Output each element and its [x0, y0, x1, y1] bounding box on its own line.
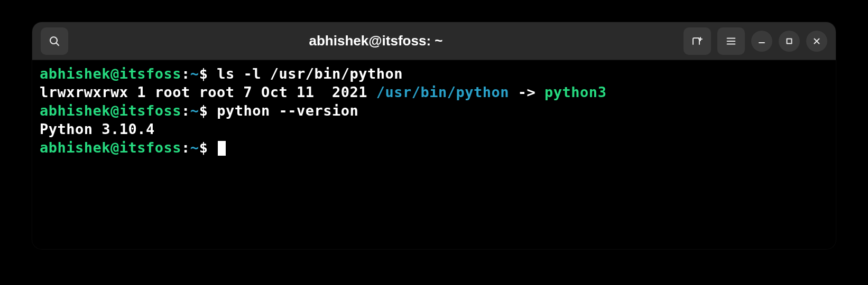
new-tab-icon	[691, 35, 704, 48]
prompt-colon: :	[181, 65, 190, 82]
command-text: python --version	[217, 102, 358, 119]
menu-button[interactable]	[717, 27, 745, 55]
prompt-path: ~	[190, 102, 199, 119]
svg-rect-8	[787, 39, 792, 43]
prompt-colon: :	[181, 139, 190, 156]
terminal-line: abhishek@itsfoss:~$	[40, 138, 828, 157]
svg-line-1	[56, 43, 59, 45]
search-button[interactable]	[41, 27, 68, 55]
prompt-user: abhishek@itsfoss	[40, 139, 181, 156]
prompt-user: abhishek@itsfoss	[40, 65, 181, 82]
terminal-line: abhishek@itsfoss:~$ ls -l /usr/bin/pytho…	[40, 64, 828, 83]
prompt-path: ~	[190, 65, 199, 82]
maximize-icon	[785, 37, 793, 45]
minimize-button[interactable]	[751, 31, 772, 52]
prompt-dollar: $	[199, 139, 217, 156]
cursor	[218, 141, 226, 156]
titlebar: abhishek@itsfoss: ~	[32, 22, 836, 60]
prompt-user: abhishek@itsfoss	[40, 102, 181, 119]
maximize-button[interactable]	[779, 31, 800, 52]
search-icon	[48, 35, 61, 48]
window-title: abhishek@itsfoss: ~	[68, 33, 684, 49]
terminal-line: abhishek@itsfoss:~$ python --version	[40, 101, 828, 120]
output-text: Python 3.10.4	[40, 121, 155, 137]
symlink-path: /usr/bin/python	[376, 84, 509, 100]
new-tab-button[interactable]	[684, 27, 711, 55]
symlink-target: python3	[544, 84, 606, 100]
titlebar-right	[684, 27, 827, 55]
terminal-window: abhishek@itsfoss: ~	[32, 22, 836, 249]
titlebar-left	[41, 27, 68, 55]
output-text: lrwxrwxrwx 1 root root 7 Oct 11 2021	[40, 84, 376, 100]
prompt-path: ~	[190, 139, 199, 156]
prompt-dollar: $	[199, 65, 217, 82]
hamburger-icon	[725, 35, 737, 47]
arrow-text: ->	[509, 84, 544, 100]
terminal-line: lrwxrwxrwx 1 root root 7 Oct 11 2021 /us…	[40, 83, 828, 101]
terminal-body[interactable]: abhishek@itsfoss:~$ ls -l /usr/bin/pytho…	[32, 60, 836, 161]
prompt-dollar: $	[199, 102, 217, 119]
close-button[interactable]	[806, 31, 827, 52]
command-text: ls -l /usr/bin/python	[217, 65, 403, 82]
terminal-line: Python 3.10.4	[40, 120, 828, 138]
prompt-colon: :	[181, 102, 190, 119]
minimize-icon	[758, 37, 766, 45]
close-icon	[812, 37, 821, 45]
